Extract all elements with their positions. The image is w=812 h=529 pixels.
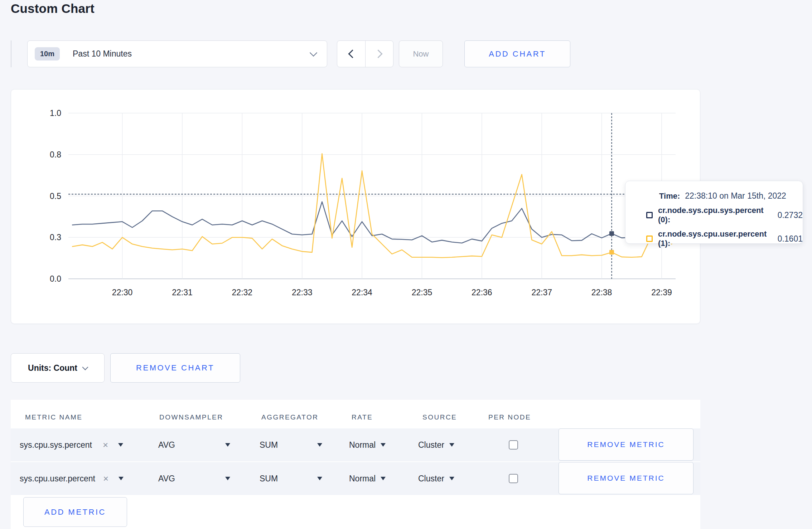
source-value: Cluster (418, 474, 444, 484)
series-user-swatch-icon (646, 236, 653, 242)
chevron-right-icon (374, 49, 382, 58)
chart-card: 0.00.30.50.81.022:3022:3122:3222:3322:34… (11, 89, 700, 324)
downsampler-value: AVG (158, 474, 175, 484)
aggregator-value: SUM (260, 474, 278, 484)
x-tick-label: 22:38 (591, 288, 612, 297)
time-range-dropdown[interactable]: 10m Past 10 Minutes (27, 40, 327, 67)
aggregator-value: SUM (260, 440, 278, 450)
tooltip-series-value: 0.1601 (778, 234, 803, 244)
aggregator-select[interactable]: SUM (260, 428, 322, 461)
chart-tooltip: Time: 22:38:10 on Mar 15th, 2022 cr.node… (625, 181, 803, 244)
crosshair-dot-sys (609, 231, 614, 236)
remove-chart-button[interactable]: REMOVE CHART (110, 353, 240, 383)
tooltip-series-row: cr.node.sys.cpu.user.percent (1): 0.1601 (646, 229, 803, 248)
series-line-user (72, 154, 682, 257)
chart-canvas[interactable]: 0.00.30.50.81.022:3022:3122:3222:3322:34… (11, 89, 701, 324)
source-value: Cluster (418, 440, 444, 450)
remove-metric-button[interactable]: REMOVE METRIC (559, 428, 693, 461)
series-line-sys (72, 202, 682, 243)
add-chart-button[interactable]: ADD CHART (464, 40, 570, 67)
tooltip-series-row: cr.node.sys.cpu.sys.percent (0): 0.2732 (646, 206, 803, 224)
metrics-table: METRIC NAME DOWNSAMPLER AGGREGATOR RATE … (11, 400, 700, 529)
caret-down-icon (118, 443, 123, 447)
rate-select[interactable]: Normal (349, 428, 386, 461)
time-range-badge: 10m (35, 47, 60, 60)
rate-value: Normal (349, 440, 376, 450)
clear-metric-icon[interactable]: × (103, 473, 108, 484)
source-select[interactable]: Cluster (418, 428, 454, 461)
x-tick-label: 22:34 (352, 288, 372, 297)
per-node-checkbox[interactable] (509, 474, 518, 483)
caret-down-icon (449, 477, 454, 480)
caret-down-icon (381, 443, 386, 447)
time-range-label: Past 10 Minutes (73, 49, 132, 59)
caret-down-icon (381, 477, 386, 480)
chevron-down-icon (82, 364, 88, 370)
y-tick-label: 0.3 (50, 233, 61, 242)
now-button[interactable]: Now (399, 40, 443, 67)
col-header-aggregator: AGGREGATOR (261, 413, 318, 421)
chevron-down-icon (310, 49, 317, 57)
y-tick-label: 0.5 (50, 191, 61, 201)
add-metric-button[interactable]: ADD METRIC (23, 497, 127, 527)
caret-down-icon (225, 477, 230, 480)
metric-name-value: sys.cpu.user.percent (20, 474, 95, 484)
col-header-source: SOURCE (422, 413, 457, 421)
tooltip-time-label: Time: (659, 191, 680, 201)
y-tick-label: 0.8 (50, 150, 61, 159)
chevron-left-icon (348, 49, 357, 58)
downsampler-select[interactable]: AVG (158, 428, 230, 461)
y-tick-label: 1.0 (50, 108, 61, 118)
metric-name-combobox[interactable]: sys.cpu.user.percent × (20, 462, 124, 495)
series-sys-swatch-icon (646, 212, 653, 218)
units-dropdown[interactable]: Units: Count (11, 353, 105, 383)
col-header-downsampler: DOWNSAMPLER (159, 413, 223, 421)
caret-down-icon (317, 477, 322, 480)
rate-select[interactable]: Normal (349, 462, 386, 495)
caret-down-icon (317, 443, 322, 447)
time-range-stepper (337, 40, 393, 67)
caret-down-icon (119, 477, 124, 480)
toolbar-divider (11, 40, 11, 67)
y-tick-label: 0.0 (50, 274, 61, 283)
source-select[interactable]: Cluster (418, 462, 454, 495)
crosshair-dot-user (609, 250, 614, 254)
aggregator-select[interactable]: SUM (260, 462, 322, 495)
col-header-per-node: PER NODE (488, 413, 531, 421)
previous-range-button[interactable] (337, 41, 365, 67)
tooltip-time-value: 22:38:10 on Mar 15th, 2022 (685, 191, 786, 201)
x-tick-label: 22:31 (172, 288, 193, 297)
tooltip-series-name: cr.node.sys.cpu.user.percent (1): (658, 229, 773, 248)
units-label: Units: Count (28, 363, 77, 373)
x-tick-label: 22:39 (651, 288, 672, 297)
col-header-rate: RATE (352, 413, 373, 421)
remove-metric-button[interactable]: REMOVE METRIC (559, 462, 693, 494)
rate-value: Normal (349, 474, 376, 484)
col-header-metric-name: METRIC NAME (25, 413, 83, 421)
metric-name-value: sys.cpu.sys.percent (20, 440, 92, 450)
x-tick-label: 22:33 (292, 288, 313, 297)
caret-down-icon (449, 443, 454, 447)
tooltip-series-value: 0.2732 (778, 210, 803, 220)
x-tick-label: 22:35 (412, 288, 432, 297)
x-tick-label: 22:36 (472, 288, 492, 297)
x-tick-label: 22:32 (232, 288, 253, 297)
caret-down-icon (225, 443, 230, 447)
tooltip-series-name: cr.node.sys.cpu.sys.percent (0): (658, 206, 773, 224)
page-title: Custom Chart (11, 1, 95, 16)
downsampler-value: AVG (158, 440, 175, 450)
downsampler-select[interactable]: AVG (158, 462, 230, 495)
per-node-checkbox[interactable] (509, 440, 518, 450)
metric-name-combobox[interactable]: sys.cpu.sys.percent × (20, 428, 123, 461)
x-tick-label: 22:37 (531, 288, 552, 297)
tooltip-time-row: Time: 22:38:10 on Mar 15th, 2022 (659, 191, 803, 201)
x-tick-label: 22:30 (112, 288, 133, 297)
next-range-button[interactable] (365, 41, 393, 67)
clear-metric-icon[interactable]: × (103, 440, 108, 451)
